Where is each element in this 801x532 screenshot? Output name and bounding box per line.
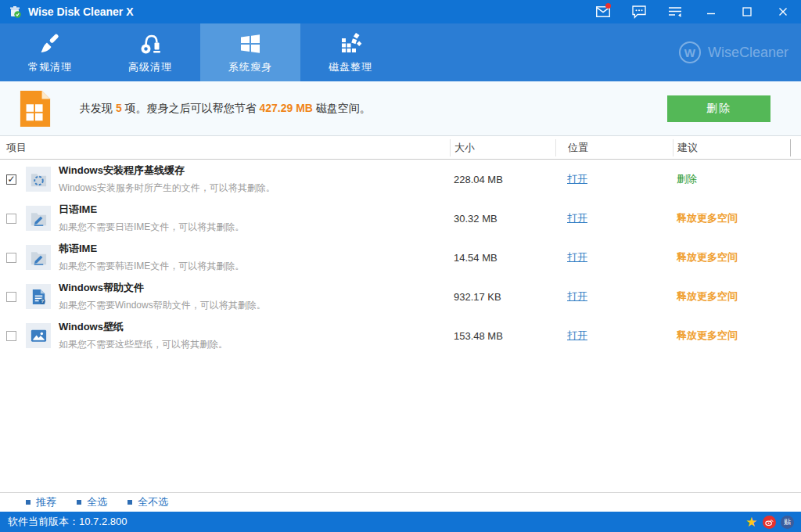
- help-file-icon: ?: [26, 284, 51, 309]
- row-size: 14.54 MB: [450, 238, 555, 277]
- table-row: ?Windows帮助文件如果您不需要Windows帮助文件，可以将其删除。932…: [0, 277, 801, 316]
- tab-label: 高级清理: [128, 60, 172, 74]
- item-cell: Windows壁纸如果您不需要这些壁纸，可以将其删除。: [0, 316, 450, 355]
- nav-bar: 常规清理高级清理系统瘦身磁盘整理 W WiseCleaner: [0, 23, 801, 81]
- summary-middle: 项。瘦身之后可以帮您节省: [122, 102, 260, 114]
- item-cell: 韩语IME如果您不需要韩语IME文件，可以将其删除。: [0, 238, 450, 277]
- rate-star-icon[interactable]: ★: [744, 515, 759, 530]
- row-checkbox[interactable]: [6, 292, 16, 302]
- summary-size: 427.29 MB: [259, 102, 312, 114]
- row-text: Windows壁纸如果您不需要这些壁纸，可以将其删除。: [59, 320, 228, 351]
- table-body: ✓Windows安装程序基线缓存Windows安装服务时所产生的文件，可以将其删…: [0, 160, 801, 355]
- bullet-icon: [77, 500, 81, 505]
- tab-1-brush[interactable]: 常规清理: [0, 23, 100, 81]
- row-checkbox[interactable]: [6, 331, 16, 341]
- header-location[interactable]: 位置: [555, 139, 673, 156]
- header-item[interactable]: 项目: [0, 139, 450, 156]
- minimize-button[interactable]: [693, 0, 729, 23]
- footer-links: 推荐全选全不选: [0, 492, 801, 512]
- select-none-link[interactable]: 全不选: [128, 495, 168, 509]
- open-location-link[interactable]: 打开: [567, 329, 587, 343]
- bullet-icon: [128, 500, 132, 505]
- row-text: 韩语IME如果您不需要韩语IME文件，可以将其删除。: [59, 242, 244, 273]
- suggestion-cell: 释放更多空间: [673, 238, 790, 277]
- row-checkbox[interactable]: [6, 214, 16, 224]
- footer-link-label: 推荐: [36, 495, 56, 509]
- suggestion-label: 释放更多空间: [677, 211, 738, 225]
- brush-icon: [38, 31, 62, 57]
- recommended-link[interactable]: 推荐: [26, 495, 56, 509]
- row-size: 932.17 KB: [450, 277, 555, 316]
- select-all-link[interactable]: 全选: [77, 495, 107, 509]
- ime-pen-icon: [26, 206, 51, 231]
- tab-label: 磁盘整理: [329, 60, 372, 74]
- item-cell: ✓Windows安装程序基线缓存Windows安装服务时所产生的文件，可以将其删…: [0, 160, 450, 199]
- tab-2-vacuum[interactable]: 高级清理: [100, 23, 200, 81]
- row-description: 如果您不需要这些壁纸，可以将其删除。: [59, 338, 228, 351]
- window-title: Wise Disk Cleaner X: [28, 5, 134, 18]
- maximize-button[interactable]: [729, 0, 765, 23]
- row-description: 如果您不需要韩语IME文件，可以将其删除。: [59, 260, 244, 273]
- windows-file-icon: [19, 90, 52, 128]
- row-title: 日语IME: [59, 203, 244, 217]
- suggestion-cell: 释放更多空间: [673, 316, 790, 355]
- suggestion-label: 释放更多空间: [677, 329, 738, 343]
- row-text: Windows安装程序基线缓存Windows安装服务时所产生的文件，可以将其删除…: [59, 164, 275, 195]
- bullet-icon: [26, 500, 31, 505]
- feedback-chat-icon[interactable]: [621, 0, 657, 23]
- row-title: 韩语IME: [59, 242, 244, 256]
- row-checkbox[interactable]: ✓: [6, 174, 16, 185]
- mail-icon[interactable]: [585, 0, 621, 23]
- wisecleaner-brand: W WiseCleaner: [679, 41, 788, 63]
- suggestion-cell: 释放更多空间: [673, 277, 790, 316]
- delete-button[interactable]: 删除: [667, 95, 770, 122]
- summary-count: 5: [116, 102, 122, 114]
- defrag-icon: [339, 31, 362, 57]
- row-text: Windows帮助文件如果您不需要Windows帮助文件，可以将其删除。: [59, 281, 266, 312]
- nav-tabs: 常规清理高级清理系统瘦身磁盘整理: [0, 23, 400, 81]
- close-button[interactable]: [765, 0, 801, 23]
- row-title: Windows壁纸: [59, 320, 228, 334]
- app-logo-icon: [8, 5, 22, 19]
- open-location-link[interactable]: 打开: [567, 211, 587, 225]
- svg-text:?: ?: [41, 298, 44, 304]
- header-suggestion[interactable]: 建议: [673, 139, 790, 156]
- folder-sync-icon: [26, 167, 51, 192]
- table-header: 项目 大小 位置 建议: [0, 136, 801, 160]
- summary-text: 共发现 5 项。瘦身之后可以帮您节省 427.29 MB 磁盘空间。: [80, 102, 371, 116]
- summary-banner: 共发现 5 项。瘦身之后可以帮您节省 427.29 MB 磁盘空间。 删除: [0, 81, 801, 136]
- row-size: 30.32 MB: [450, 199, 555, 238]
- row-description: 如果您不需要Windows帮助文件，可以将其删除。: [59, 299, 266, 312]
- menu-icon[interactable]: [657, 0, 693, 23]
- table-row: Windows壁纸如果您不需要这些壁纸，可以将其删除。153.48 MB打开释放…: [0, 316, 801, 355]
- wisecleaner-brand-name: WiseCleaner: [708, 45, 788, 61]
- row-description: 如果您不需要日语IME文件，可以将其删除。: [59, 221, 244, 234]
- item-cell: ?Windows帮助文件如果您不需要Windows帮助文件，可以将其删除。: [0, 277, 450, 316]
- location-cell: 打开: [555, 238, 673, 277]
- footer-link-label: 全选: [87, 495, 107, 509]
- tab-label: 常规清理: [28, 60, 72, 74]
- suggestion-label: 释放更多空间: [677, 289, 738, 304]
- tab-4-defrag[interactable]: 磁盘整理: [300, 23, 400, 81]
- open-location-link[interactable]: 打开: [567, 172, 587, 186]
- suggestion-cell: 释放更多空间: [673, 199, 790, 238]
- open-location-link[interactable]: 打开: [567, 250, 587, 264]
- app-window: Wise Disk Cleaner X: [0, 0, 801, 532]
- tab-3-windows[interactable]: 系统瘦身: [200, 23, 300, 81]
- header-size[interactable]: 大小: [450, 139, 555, 156]
- location-cell: 打开: [555, 160, 673, 199]
- row-checkbox[interactable]: [6, 253, 16, 263]
- titlebar-buttons: [585, 0, 801, 23]
- row-title: Windows安装程序基线缓存: [59, 164, 275, 178]
- windows-icon: [239, 31, 262, 57]
- weibo-icon[interactable]: [762, 515, 777, 530]
- suggestion-label: 释放更多空间: [677, 250, 738, 264]
- suggestion-cell: 删除: [673, 160, 790, 199]
- tieba-icon[interactable]: 贴: [780, 515, 795, 530]
- table-row: 日语IME如果您不需要日语IME文件，可以将其删除。30.32 MB打开释放更多…: [0, 199, 801, 238]
- item-cell: 日语IME如果您不需要日语IME文件，可以将其删除。: [0, 199, 450, 238]
- ime-pen-icon: [26, 245, 51, 270]
- titlebar-left: Wise Disk Cleaner X: [0, 5, 134, 19]
- open-location-link[interactable]: 打开: [567, 289, 587, 304]
- row-text: 日语IME如果您不需要日语IME文件，可以将其删除。: [59, 203, 244, 234]
